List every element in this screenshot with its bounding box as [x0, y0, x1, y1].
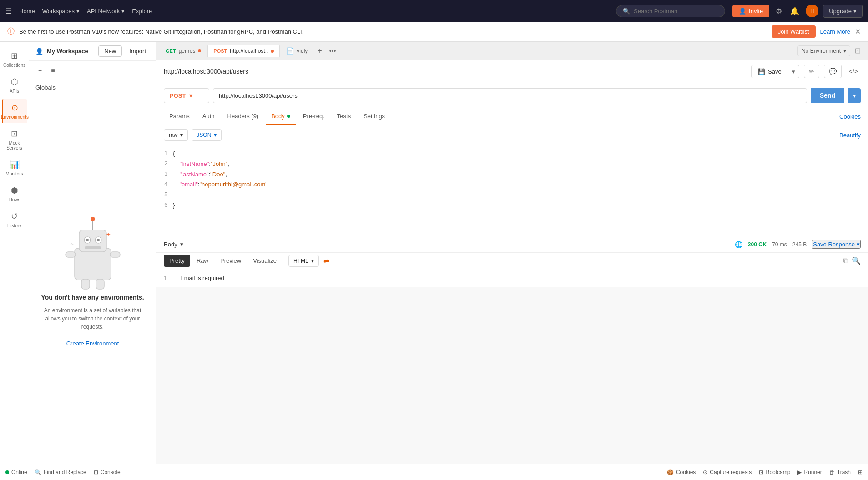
add-env-button[interactable]: + — [35, 65, 45, 75]
sidebar-item-collections[interactable]: ⊞ Collections — [2, 47, 27, 71]
code-line-6: 6 } — [156, 200, 868, 211]
explore-link[interactable]: Explore — [132, 8, 152, 15]
join-waitlist-button[interactable]: Join Waitlist — [772, 25, 816, 38]
api-network-link[interactable]: API Network ▾ — [87, 8, 125, 15]
bootcamp-button[interactable]: ⊡ Bootcamp — [759, 469, 790, 475]
sidebar-label-monitors: Monitors — [5, 171, 23, 176]
code-editor[interactable]: 1 { 2 "firstName":"John", 3 "lastName":"… — [156, 145, 868, 236]
tabs-bar: GET genres POST http://localhost:: 📄 vid… — [156, 42, 868, 60]
sidebar-label-environments: Environments — [1, 115, 29, 120]
online-status[interactable]: Online — [5, 469, 27, 475]
create-environment-link[interactable]: Create Environment — [66, 340, 119, 347]
search-input[interactable] — [634, 8, 707, 15]
banner-close-button[interactable]: ✕ — [855, 27, 861, 36]
response-header: Body ▾ 🌐 200 OK 70 ms 245 B Save Respons… — [156, 236, 868, 253]
learn-more-link[interactable]: Learn More — [820, 28, 850, 35]
response-format-select[interactable]: HTML ▾ — [288, 255, 319, 267]
trash-button[interactable]: 🗑 Trash — [829, 469, 851, 475]
response-tabs: Pretty Raw Preview Visualize HTML ▾ ⇌ ⧉ … — [156, 253, 868, 269]
workspaces-link[interactable]: Workspaces ▾ — [42, 8, 80, 15]
tab-body[interactable]: Body — [266, 108, 296, 125]
tab-auth[interactable]: Auth — [197, 108, 220, 125]
save-dropdown-button[interactable]: ▾ — [788, 65, 799, 78]
sidebar-item-monitors[interactable]: 📊 Monitors — [2, 156, 27, 180]
body-format-raw[interactable]: raw ▾ — [164, 129, 188, 141]
code-line-2: 2 "firstName":"John", — [156, 159, 868, 170]
hamburger-icon[interactable]: ☰ — [5, 7, 12, 15]
tab-headers[interactable]: Headers (9) — [222, 108, 264, 125]
svg-rect-8 — [85, 246, 101, 249]
tab-genres[interactable]: GET genres — [160, 45, 207, 57]
response-actions: ⧉ 🔍 — [843, 256, 861, 265]
beautify-button[interactable]: Beautify — [839, 132, 861, 139]
search-bar[interactable]: 🔍 — [616, 5, 725, 17]
right-panel-toggle[interactable]: ⊡ — [851, 45, 864, 57]
sidebar-item-flows[interactable]: ⬢ Flows — [2, 182, 27, 206]
home-link[interactable]: Home — [19, 8, 35, 15]
resp-line-text: Email is required — [180, 275, 224, 281]
send-dropdown-button[interactable]: ▾ — [848, 88, 861, 103]
comment-button[interactable]: 💬 — [824, 65, 842, 78]
copy-response-button[interactable]: ⧉ — [843, 256, 848, 265]
sidebar-icons: ⊞ Collections ⬡ APIs ⊙ Environments ⊡ Mo… — [0, 42, 29, 464]
sidebar-item-environments[interactable]: ⊙ Environments — [2, 99, 27, 123]
console-button[interactable]: ⊡ Console — [94, 469, 121, 475]
cookies-status-button[interactable]: 🍪 Cookies — [667, 469, 696, 475]
save-button-group: 💾 Save ▾ — [751, 65, 799, 78]
tab-tests[interactable]: Tests — [332, 108, 356, 125]
sidebar-item-history[interactable]: ↺ History — [2, 208, 27, 232]
response-body-toggle[interactable]: Body ▾ — [164, 241, 183, 248]
tab-prereq[interactable]: Pre-req. — [298, 108, 330, 125]
tab-method-post: POST — [213, 48, 227, 54]
tab-more-button[interactable]: ••• — [327, 47, 339, 55]
tab-settings[interactable]: Settings — [358, 108, 390, 125]
save-button[interactable]: 💾 Save — [751, 65, 788, 78]
search-response-button[interactable]: 🔍 — [852, 256, 861, 265]
edit-button[interactable]: ✏ — [804, 65, 819, 78]
settings-icon[interactable]: ⚙ — [774, 5, 784, 17]
env-panel-subheader: + ≡ — [29, 61, 156, 80]
grid-view-button[interactable]: ⊞ — [858, 469, 863, 475]
save-response-button[interactable]: Save Response ▾ — [812, 240, 861, 249]
globals-item[interactable]: Globals — [29, 80, 156, 95]
request-url-display: http://localhost:3000/api/users — [164, 68, 747, 75]
svg-text:✧: ✧ — [70, 242, 74, 247]
notifications-icon[interactable]: 🔔 — [788, 5, 801, 17]
sidebar-item-apis[interactable]: ⬡ APIs — [2, 73, 27, 97]
code-view-button[interactable]: </> — [846, 65, 861, 78]
no-environment-dropdown[interactable]: No Environment ▾ — [797, 45, 850, 56]
sidebar-item-mock-servers[interactable]: ⊡ Mock Servers — [2, 125, 27, 154]
response-line-1: 1 Email is required — [164, 275, 861, 281]
banner: ⓘ Be the first to use Postman V10's new … — [0, 22, 868, 42]
sort-env-button[interactable]: ≡ — [48, 65, 57, 75]
avatar[interactable]: H — [806, 5, 818, 17]
body-type-json[interactable]: JSON ▾ — [192, 129, 222, 141]
tab-vidly[interactable]: 📄 vidly — [281, 45, 313, 57]
resp-tab-raw[interactable]: Raw — [191, 255, 214, 267]
wrap-icon[interactable]: ⇌ — [323, 256, 329, 265]
cookies-link[interactable]: Cookies — [839, 109, 861, 125]
url-input[interactable] — [213, 88, 807, 103]
monitors-icon: 📊 — [10, 160, 20, 170]
resp-tab-pretty[interactable]: Pretty — [164, 255, 190, 267]
find-replace-button[interactable]: 🔍 Find and Replace — [35, 469, 86, 475]
history-icon: ↺ — [11, 211, 18, 221]
main-content: GET genres POST http://localhost:: 📄 vid… — [156, 42, 868, 464]
upgrade-button[interactable]: Upgrade ▾ — [823, 5, 863, 18]
runner-button[interactable]: ▶ Runner — [797, 469, 822, 475]
new-button[interactable]: New — [98, 45, 122, 57]
method-select[interactable]: POST ▾ — [164, 88, 209, 103]
tab-params[interactable]: Params — [164, 108, 195, 125]
send-button[interactable]: Send — [811, 88, 844, 103]
request-url-bar: http://localhost:3000/api/users 💾 Save ▾… — [156, 60, 868, 83]
resp-tab-visualize[interactable]: Visualize — [247, 255, 282, 267]
add-tab-button[interactable]: + — [314, 47, 325, 55]
status-time: 70 ms — [772, 241, 787, 248]
resp-tab-preview[interactable]: Preview — [215, 255, 247, 267]
format-chevron-icon: ▾ — [311, 258, 314, 264]
invite-button[interactable]: 👤 Invite — [732, 5, 769, 17]
flows-icon: ⬢ — [11, 185, 18, 195]
import-button[interactable]: Import — [126, 46, 150, 56]
capture-requests-button[interactable]: ⊙ Capture requests — [703, 469, 752, 475]
tab-post-localhost[interactable]: POST http://localhost:: — [207, 45, 280, 57]
